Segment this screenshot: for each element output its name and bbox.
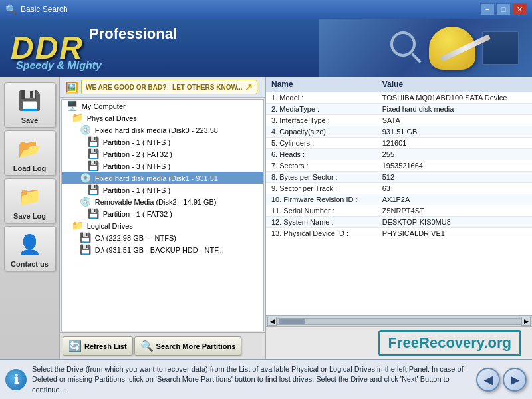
properties-table: Name Value 1. Model : TOSHIBA MQ01ABD100… bbox=[266, 77, 532, 315]
table-row: 2. MediaType : Fixed hard disk media bbox=[266, 104, 532, 115]
horizontal-scrollbar[interactable]: ◀ ▶ bbox=[266, 315, 532, 326]
right-panel: Name Value 1. Model : TOSHIBA MQ01ABD100… bbox=[266, 77, 532, 359]
list-item[interactable]: 📁 Logical Drives bbox=[62, 219, 263, 231]
status-bar: ℹ Select the Drive (from which you want … bbox=[0, 359, 532, 399]
scroll-left-button[interactable]: ◀ bbox=[267, 317, 277, 326]
load-log-button[interactable]: 📂 Load Log bbox=[4, 130, 56, 176]
table-row: 5. Cylinders : 121601 bbox=[266, 138, 532, 149]
list-item[interactable]: 💾 C:\ (222.98 GB - - NTFS) bbox=[62, 231, 263, 243]
prop-name: 12. System Name : bbox=[266, 217, 377, 228]
search-more-label: Search More Partitions bbox=[156, 342, 236, 350]
prop-value: Fixed hard disk media bbox=[377, 104, 532, 115]
brand-text: FreeRecovery.org bbox=[388, 334, 511, 351]
badge-arrow: ↗ bbox=[245, 82, 253, 92]
prop-name: 9. Sector per Track : bbox=[266, 183, 377, 194]
prop-name: 13. Physical Device ID : bbox=[266, 228, 377, 239]
prop-value: TOSHIBA MQ01ABD100 SATA Device bbox=[377, 92, 532, 104]
refresh-list-button[interactable]: 🔄 Refresh List bbox=[63, 336, 133, 356]
next-button[interactable]: ▶ bbox=[503, 368, 527, 392]
col-value-header: Value bbox=[377, 77, 532, 92]
brand-box[interactable]: FreeRecovery.org bbox=[378, 330, 521, 356]
table-row: 7. Sectors : 1953521664 bbox=[266, 160, 532, 172]
list-item[interactable]: 💾 Partition - 1 ( NTFS ) bbox=[62, 136, 263, 148]
load-log-icon: 📂 bbox=[15, 134, 45, 163]
scroll-thumb[interactable] bbox=[279, 319, 305, 324]
contact-label: Contact us bbox=[11, 260, 49, 268]
header-banner: DDR Professional Speedy & Mighty bbox=[0, 19, 532, 77]
save-icon: 💾 bbox=[15, 86, 45, 115]
save-log-button[interactable]: 📁 Save Log bbox=[4, 178, 56, 223]
tree-selected-item[interactable]: 💿 Fixed hard disk media (Disk1 - 931.51 bbox=[62, 172, 263, 184]
prop-name: 1. Model : bbox=[266, 92, 377, 104]
badge-line1: WE ARE GOOD OR BAD? bbox=[86, 84, 166, 91]
scroll-track[interactable] bbox=[277, 318, 521, 325]
toolbar-top: 🖼️ WE ARE GOOD OR BAD? LET OTHERS KNOW..… bbox=[60, 77, 265, 98]
tree-root[interactable]: 🖥️ My Computer bbox=[62, 100, 263, 112]
table-row: 13. Physical Device ID : PHYSICALDRIVE1 bbox=[266, 228, 532, 239]
prop-name: 10. Firmware Revision ID : bbox=[266, 194, 377, 205]
list-item[interactable]: 💾 D:\ (931.51 GB - BACKUP HDD - NTF... bbox=[62, 243, 263, 255]
list-item[interactable]: 💾 Partition - 3 ( NTFS ) bbox=[62, 160, 263, 172]
table-row: 9. Sector per Track : 63 bbox=[266, 183, 532, 194]
tagline-text: Speedy & Mighty bbox=[16, 60, 102, 72]
table-row: 1. Model : TOSHIBA MQ01ABD100 SATA Devic… bbox=[266, 92, 532, 104]
window-title: Basic Search bbox=[21, 5, 479, 14]
title-bar: 🔍 Basic Search − □ ✕ bbox=[0, 0, 532, 19]
prop-value: 63 bbox=[377, 183, 532, 194]
prop-name: 4. Capacity(size) : bbox=[266, 126, 377, 138]
table-row: 10. Firmware Revision ID : AX1P2A bbox=[266, 194, 532, 205]
prop-value: 512 bbox=[377, 172, 532, 183]
prop-value: 121601 bbox=[377, 138, 532, 149]
table-row: 4. Capacity(size) : 931.51 GB bbox=[266, 126, 532, 138]
contact-button[interactable]: 👤 Contact us bbox=[4, 226, 56, 271]
ddr-logo: DDR bbox=[11, 32, 84, 64]
magnifier-icon bbox=[390, 31, 424, 65]
save-button[interactable]: 💾 Save bbox=[4, 82, 56, 128]
contact-icon: 👤 bbox=[15, 229, 45, 259]
prop-name: 8. Bytes per Sector : bbox=[266, 172, 377, 183]
prop-value: PHYSICALDRIVE1 bbox=[377, 228, 532, 239]
prop-name: 3. Interface Type : bbox=[266, 115, 377, 126]
prop-name: 2. MediaType : bbox=[266, 104, 377, 115]
scroll-right-button[interactable]: ▶ bbox=[521, 317, 531, 326]
minimize-button[interactable]: − bbox=[480, 3, 495, 15]
prop-value: Z5NRPT4ST bbox=[377, 205, 532, 217]
main-content: 💾 Save 📂 Load Log 📁 Save Log 👤 Contact u… bbox=[0, 77, 532, 359]
list-item[interactable]: 💾 Partition - 2 ( FAT32 ) bbox=[62, 148, 263, 160]
info-badge[interactable]: WE ARE GOOD OR BAD? LET OTHERS KNOW... ↗ bbox=[81, 80, 257, 94]
close-button[interactable]: ✕ bbox=[512, 3, 527, 15]
save-label: Save bbox=[21, 116, 39, 124]
nav-buttons: ◀ ▶ bbox=[476, 368, 527, 392]
table-row: 3. Interface Type : SATA bbox=[266, 115, 532, 126]
brand-area: FreeRecovery.org bbox=[266, 326, 532, 359]
professional-text: Professional bbox=[89, 25, 177, 43]
table-row: 8. Bytes per Sector : 512 bbox=[266, 172, 532, 183]
center-panel: 🖼️ WE ARE GOOD OR BAD? LET OTHERS KNOW..… bbox=[60, 77, 266, 359]
list-item[interactable]: 💿 Fixed hard disk media (Disk0 - 223.58 bbox=[62, 124, 263, 136]
list-item[interactable]: 💾 Partition - 1 ( NTFS ) bbox=[62, 184, 263, 196]
refresh-list-label: Refresh List bbox=[84, 342, 127, 350]
tree-root-label: My Computer bbox=[82, 102, 126, 110]
prop-name: 5. Cylinders : bbox=[266, 138, 377, 149]
prop-value: AX1P2A bbox=[377, 194, 532, 205]
restore-button[interactable]: □ bbox=[496, 3, 511, 15]
sidebar: 💾 Save 📂 Load Log 📁 Save Log 👤 Contact u… bbox=[0, 77, 60, 359]
tree-view[interactable]: 🖥️ My Computer 📁 Physical Drives 💿 Fixed… bbox=[61, 99, 264, 331]
prop-value: SATA bbox=[377, 115, 532, 126]
prev-button[interactable]: ◀ bbox=[476, 368, 500, 392]
table-row: 11. Serial Number : Z5NRPT4ST bbox=[266, 205, 532, 217]
list-item[interactable]: 💾 Partition - 1 ( FAT32 ) bbox=[62, 207, 263, 219]
info-icon: 🖼️ bbox=[65, 81, 78, 94]
header-decorations bbox=[319, 19, 532, 77]
status-text: Select the Drive (from which you want to… bbox=[32, 364, 471, 395]
search-more-icon: 🔍 bbox=[140, 340, 154, 352]
prop-value: 1953521664 bbox=[377, 160, 532, 172]
load-log-label: Load Log bbox=[13, 164, 47, 172]
search-more-button[interactable]: 🔍 Search More Partitions bbox=[134, 336, 242, 356]
prop-name: 6. Heads : bbox=[266, 149, 377, 160]
table-row: 6. Heads : 255 bbox=[266, 149, 532, 160]
list-item[interactable]: 💿 Removable Media (Disk2 - 14.91 GB) bbox=[62, 196, 263, 207]
title-icon: 🔍 bbox=[5, 4, 17, 15]
list-item[interactable]: 📁 Physical Drives bbox=[62, 112, 263, 124]
badge-line2: LET OTHERS KNOW... bbox=[172, 84, 243, 91]
